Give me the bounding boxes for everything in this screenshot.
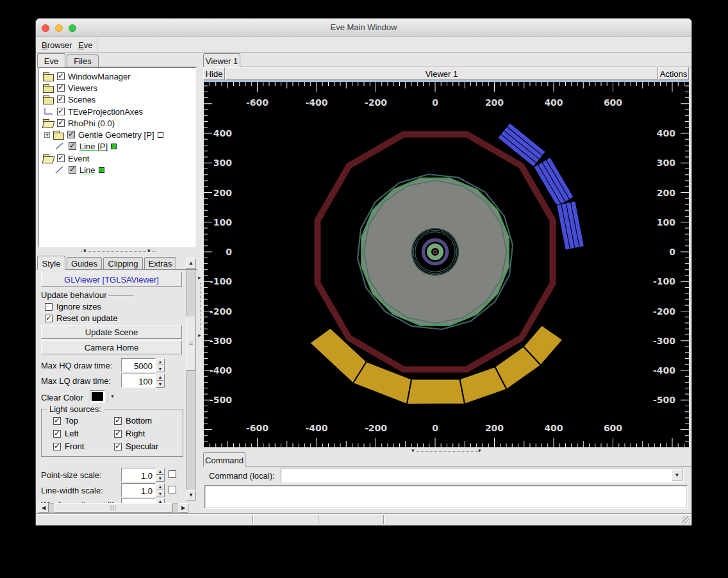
color-swatch[interactable] <box>99 167 104 173</box>
tab-viewer-1[interactable]: Viewer 1 <box>203 53 240 67</box>
light-specular-checkbox[interactable] <box>114 443 122 450</box>
spin-up-icon[interactable]: ▲ <box>156 358 165 365</box>
combo-dropdown-icon[interactable]: ▼ <box>672 469 682 481</box>
light-specular-row[interactable]: Specular <box>114 442 158 451</box>
light-bottom-row[interactable]: Bottom <box>114 416 152 425</box>
tab-files[interactable]: Files <box>67 54 99 67</box>
clear-color-dropdown-icon[interactable]: ▾ <box>108 390 117 403</box>
splitter-collapse-icon[interactable]: ▸ <box>198 333 201 338</box>
splitter-collapse-icon[interactable]: ▾ <box>411 448 415 454</box>
spin-up-icon[interactable]: ▲ <box>156 498 165 503</box>
tree-item-label[interactable]: Line [P] <box>79 142 108 151</box>
reset-on-update-checkbox[interactable] <box>45 315 53 322</box>
panel-splitter[interactable]: ▸ ▸ <box>197 53 203 513</box>
light-right-row[interactable]: Right <box>114 429 145 438</box>
scroll-right-icon[interactable]: ▶ <box>178 503 188 513</box>
tree-item-checkbox[interactable] <box>69 142 76 150</box>
spin-down-icon[interactable]: ▼ <box>156 365 165 372</box>
tree-item-checkbox[interactable] <box>69 166 76 174</box>
command-splitter[interactable] <box>417 451 479 452</box>
ignore-sizes-row[interactable]: Ignore sizes <box>45 302 101 311</box>
tree-item-label[interactable]: Line <box>79 165 95 175</box>
scene-tree[interactable]: WindowManager Viewers Scenes TEveProject… <box>38 67 196 247</box>
splitter-collapse-icon[interactable]: ▾ <box>147 248 151 254</box>
max-hq-input[interactable] <box>121 358 156 372</box>
color-swatch[interactable] <box>111 144 117 149</box>
editor-vscroll-thumb[interactable]: ≡ <box>186 317 196 371</box>
menu-browser[interactable]: Browser <box>39 39 75 51</box>
ignore-sizes-checkbox[interactable] <box>45 303 53 311</box>
light-front-checkbox[interactable] <box>53 443 61 450</box>
tree-item-label[interactable]: RhoPhi (0.0) <box>68 119 115 128</box>
hide-button[interactable]: Hide <box>203 67 225 80</box>
tree-item-projection-axes[interactable]: TEveProjectionAxes <box>40 106 194 117</box>
expand-plus-icon[interactable]: + <box>44 132 50 138</box>
tree-item-viewers[interactable]: Viewers <box>40 82 194 94</box>
tree-item-checkbox[interactable] <box>57 108 65 115</box>
tab-style[interactable]: Style <box>37 256 65 270</box>
tab-eve[interactable]: Eve <box>37 53 65 67</box>
reset-on-update-row[interactable]: Reset on update <box>45 313 117 323</box>
editor-vscroll-track[interactable] <box>186 258 196 500</box>
tree-item-label[interactable]: WindowManager <box>68 72 131 81</box>
point-size-input[interactable] <box>121 468 156 482</box>
glviewer-name-button[interactable]: GLViewer [TGLSAViewer] <box>41 272 182 287</box>
light-bottom-checkbox[interactable] <box>114 417 122 425</box>
command-combobox[interactable]: ▼ <box>281 468 684 483</box>
tab-clipping[interactable]: Clipping <box>103 257 143 270</box>
tree-item-label[interactable]: Event <box>68 154 89 163</box>
tree-item-checkbox[interactable] <box>67 131 75 138</box>
tree-item-checkbox[interactable] <box>57 84 65 92</box>
clear-color-swatch-frame[interactable] <box>90 390 105 403</box>
actions-button[interactable]: Actions <box>658 67 689 80</box>
tree-item-gentle-geometry[interactable]: + Gentle Geometry [P] <box>40 129 194 140</box>
spin-up-icon[interactable]: ▲ <box>156 374 165 381</box>
wireframe-input[interactable] <box>121 498 156 503</box>
tree-item-label[interactable]: Viewers <box>68 83 97 93</box>
splitter-collapse-icon[interactable]: ▸ <box>198 275 201 281</box>
line-width-input[interactable] <box>121 483 156 497</box>
color-swatch[interactable] <box>158 132 163 138</box>
tree-item-label[interactable]: Gentle Geometry [P] <box>78 130 154 140</box>
light-left-checkbox[interactable] <box>53 430 61 438</box>
tree-item-label[interactable]: TEveProjectionAxes <box>68 107 143 117</box>
line-width-checkbox[interactable] <box>169 486 176 493</box>
point-size-checkbox[interactable] <box>169 470 176 478</box>
scroll-down-icon[interactable]: ▼ <box>186 490 196 500</box>
tab-command[interactable]: Command <box>203 452 245 467</box>
command-input[interactable] <box>283 470 670 481</box>
light-front-row[interactable]: Front <box>53 442 84 451</box>
max-lq-input[interactable] <box>121 374 156 388</box>
camera-home-button[interactable]: Camera Home <box>41 340 182 354</box>
spin-up-icon[interactable]: ▲ <box>156 483 165 490</box>
tree-item-windowmanager[interactable]: WindowManager <box>40 70 194 82</box>
spin-down-icon[interactable]: ▼ <box>156 490 165 497</box>
tree-splitter[interactable] <box>81 251 156 252</box>
tree-item-line[interactable]: Line <box>40 164 194 176</box>
title-bar[interactable]: Eve Main Window <box>36 19 691 37</box>
light-left-row[interactable]: Left <box>53 429 79 438</box>
tree-item-scenes[interactable]: Scenes <box>40 94 194 105</box>
tree-item-checkbox[interactable] <box>57 154 65 162</box>
tab-extras[interactable]: Extras <box>144 257 176 270</box>
spin-down-icon[interactable]: ▼ <box>156 381 165 388</box>
tree-item-checkbox[interactable] <box>57 72 65 80</box>
light-top-checkbox[interactable] <box>53 417 61 425</box>
tree-item-label[interactable]: Scenes <box>68 95 95 104</box>
update-scene-button[interactable]: Update Scene <box>41 325 182 339</box>
light-right-checkbox[interactable] <box>114 430 122 438</box>
tree-item-checkbox[interactable] <box>57 119 65 127</box>
tree-item-event[interactable]: Event <box>40 153 194 164</box>
command-output[interactable] <box>204 485 688 509</box>
scroll-up-icon[interactable]: ▲ <box>186 258 196 268</box>
light-top-row[interactable]: Top <box>53 416 78 425</box>
tree-item-line-p[interactable]: Line [P] <box>40 140 194 152</box>
editor-hscroll-thumb[interactable]: ||| <box>54 503 173 513</box>
scroll-left-icon[interactable]: ◀ <box>38 503 49 513</box>
spin-up-icon[interactable]: ▲ <box>156 468 165 475</box>
gl-viewer-canvas[interactable]: -600-600-400-400-200-2000020020040040060… <box>204 80 689 447</box>
resize-grip-icon[interactable] <box>682 516 690 524</box>
spin-down-icon[interactable]: ▼ <box>156 475 165 482</box>
tab-guides[interactable]: Guides <box>67 257 102 270</box>
menu-eve[interactable]: Eve <box>76 39 95 51</box>
